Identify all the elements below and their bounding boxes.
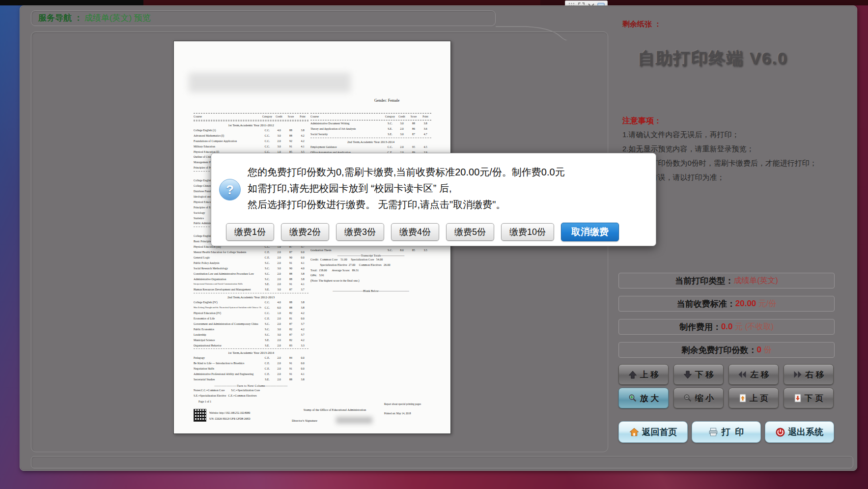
term-header: 1st Term,Academic Year 2011-2012 [194,121,308,128]
course-value: 4.1 [297,144,308,149]
course-value: 87 [285,287,297,292]
course-value: 81 [285,316,297,321]
course-value: 87 [285,332,297,338]
dialog-line: 如需打印,请先把校园卡放到 “校园卡读卡区” 后, [248,180,648,197]
button-label: 返回首页 [642,426,677,438]
course-value: 4.0 [297,266,308,271]
notice-line: 2.如无显示预览内容，请重新登录预览； [622,142,853,156]
course-value: C.C. [261,128,273,133]
transcript-row: Employment GuidanceC.C.2.0954.5 [310,144,431,150]
course-name: Leadership [194,332,261,338]
button-arrow-up[interactable]: 上 移 [618,364,669,385]
course-value: C.E. [261,316,273,321]
button-page-down[interactable]: 下 页 [784,388,834,408]
button-printer[interactable]: 打 印 [692,421,761,443]
desktop-top-strip [0,0,868,5]
course-name: Administrative Document Writing [310,121,384,126]
transcript-row: Administrative Professional Ability and … [194,372,308,377]
course-value: 3.8 [297,300,308,305]
table-header: CourseCategoryCreditScorePoint [310,113,431,120]
course-value: 2.0 [273,366,285,372]
info-row-suffix: 份 [761,345,771,355]
course-value: 2.0 [273,321,285,327]
transcript-row: Government and Administration of Contemp… [194,321,308,327]
button-page-up[interactable]: 上 页 [728,388,779,408]
notice-line: 3.当免费打印份数为0份时，需刷卡缴费后，才能进行打印； [622,156,853,170]
course-value: C.E. [261,250,273,255]
pay-copies-button-2[interactable]: 缴费2份 [281,223,329,241]
button-arrows-left[interactable]: 左 移 [728,364,779,385]
course-name: Pedagogy [194,355,261,361]
cancel-payment-button[interactable]: 取消缴费 [561,223,619,241]
pay-copies-button-1[interactable]: 缴费1份 [226,223,274,241]
gender-line: Gender: Female [374,98,399,103]
course-value: 2.0 [273,139,285,144]
category-notes-line: Notes:C.C.=Common Core S.C.=Specializati… [194,388,308,393]
button-home[interactable]: 返回首页 [618,421,688,443]
transcript-totals-line: Credit: Common Core 51.00 Specialization… [310,257,431,262]
course-value: S.E. [384,126,396,132]
transcript-row: College English (IV)C.C.4.0883.8 [194,300,308,305]
course-name: Human Resources Development and Manageme… [194,287,261,292]
course-value: S.E. [261,287,273,292]
pay-copies-button-3[interactable]: 缴费3份 [336,223,384,241]
header-col: Credit [273,114,285,119]
course-value: 88 [408,121,420,126]
info-row: 当前收费标准：20.00 元/份 [618,296,835,312]
info-row: 制作费用： 0.0 元 (不收取) [618,319,835,335]
button-arrow-down[interactable]: 下 移 [673,364,724,385]
pay-copies-button-6[interactable]: 缴费10份 [501,223,554,241]
service-nav-label: 服务导航 ： [38,13,83,23]
notice-title: 注意事项： [622,116,662,126]
course-name: Social Security [310,132,384,137]
course-value: C.C. [261,311,273,316]
course-name: Interpersonal Outcomes and Social Commun… [194,282,261,287]
category-notes-line: S.E.=Specialization Elective C.E.=Common… [194,393,308,399]
button-zoom-in[interactable]: 放 大 [618,388,669,408]
power-icon [776,428,785,437]
notice-line: 1.请确认文件内容无误后，再打印； [622,127,853,142]
header-course: Course [310,114,384,119]
transcript-row: Interpersonal Outcomes and Social Commun… [194,282,308,287]
course-name: Government and Administration of Contemp… [194,321,261,327]
course-name: College English (IV) [194,300,261,305]
button-power[interactable]: 退出系统 [765,421,834,443]
course-value: 87 [285,321,297,327]
course-value: 2.0 [273,316,285,321]
header-col: Point [297,114,308,119]
app-title: 自助打印终端 V6.0 [629,47,796,70]
course-value: 88 [285,305,297,311]
course-value: S.C. [261,271,273,277]
course-name: Public Policy Analysis [194,260,261,266]
course-value: 4.2 [297,133,308,139]
button-zoom-out[interactable]: 缩 小 [673,388,724,408]
pay-copies-button-4[interactable]: 缴费4份 [391,223,439,241]
payment-dialog: ? 您的免费打印份数为0,需刷卡缴费,当前收费标准20.00元/份。制作费0.0… [211,153,656,246]
course-value: 2.0 [273,255,285,260]
page-down-icon [794,394,802,403]
course-value: 4.7 [420,132,431,137]
course-value: 2.0 [273,277,285,282]
transcript-right-column-top: CourseCategoryCreditScorePointAdministra… [310,113,431,155]
course-value: 92 [285,139,297,144]
button-label: 上 移 [640,369,659,380]
course-value: 3.7 [297,287,308,292]
course-value: C.E. [261,355,273,361]
transcript-row: Constitution Law and Administrative Proc… [194,271,308,277]
course-value: 88 [285,133,297,139]
signature-blur [336,417,372,424]
transcript-row: Negotiation SkillsC.E.2.0910.0 [194,366,308,372]
header-course: Course [194,114,261,119]
button-arrows-right[interactable]: 右 移 [784,364,834,385]
transcript-row: Secretarial StudiesS.E.2.0883.8 [194,377,308,382]
term-header: 1st Term,Academic Year 2013-2014 [194,348,308,355]
pay-copies-button-5[interactable]: 缴费5份 [446,223,494,241]
transcript-row: Mental Health Education for College Stud… [194,250,308,255]
printer-icon [708,428,718,436]
course-value: S.C. [384,121,396,126]
header-col: Point [420,114,431,119]
course-value: S.C. [261,266,273,271]
report-note: Report about special printing pages [384,403,421,405]
course-value: 3.8 [297,377,308,382]
course-value: 2.0 [273,361,285,366]
